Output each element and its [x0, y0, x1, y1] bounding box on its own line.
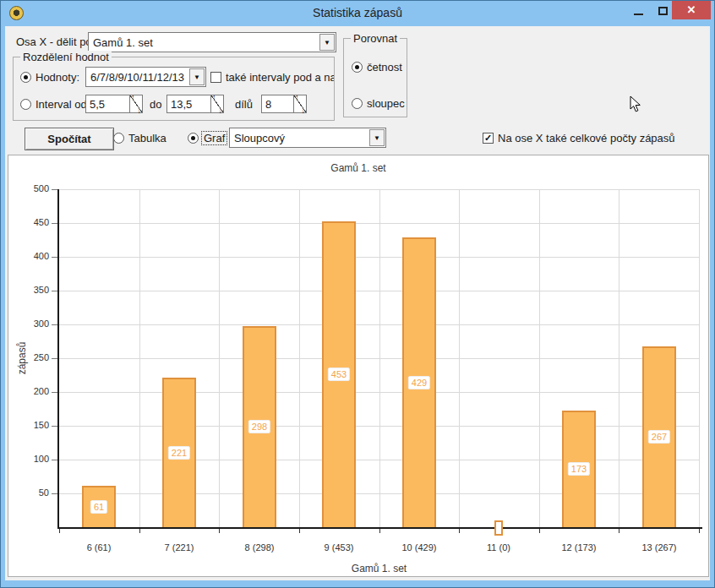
y-tick-label: 100 — [8, 454, 49, 464]
y-tick — [52, 257, 57, 258]
v-gridline — [619, 189, 619, 527]
checkbox-intervaly[interactable]: ✓ — [210, 72, 221, 83]
y-tick — [52, 426, 57, 427]
interval-to-spinedit[interactable]: 13,5 ↑↓ — [166, 95, 224, 113]
mouse-cursor — [630, 95, 641, 116]
minimize-button[interactable] — [626, 1, 650, 19]
radio-cetnost-label: četnost — [367, 61, 402, 74]
axis-x-combobox[interactable]: Gamů 1. set ▼ — [88, 32, 336, 52]
spin-up-icon[interactable]: ↑ — [295, 93, 299, 101]
values-combobox[interactable]: 6/7/8/9/10/11/12/13 ▼ — [85, 67, 206, 87]
v-gridline — [139, 189, 140, 527]
radio-graf-label[interactable]: Graf — [202, 132, 227, 144]
group-rozdeleni-hodnot: Rozdělení hodnot Hodnoty: 6/7/8/9/10/11/… — [13, 57, 335, 121]
radio-interval[interactable] — [20, 99, 31, 110]
spin-down-icon[interactable]: ↓ — [302, 106, 306, 115]
y-tick — [52, 189, 57, 190]
bar-value-label: 173 — [568, 462, 590, 476]
v-gridline — [699, 189, 700, 527]
checkbox-osa-x-totals[interactable]: ✓ — [483, 133, 494, 144]
x-tick-label: 6 (61) — [59, 542, 139, 553]
chart-panel: Gamů 1. set zápasů 501001502002503003504… — [8, 155, 709, 577]
chart-xlabel: Gamů 1. set — [59, 563, 699, 574]
spin-buttons[interactable]: ↑↓ — [210, 95, 223, 112]
x-tick-label: 11 (0) — [459, 542, 538, 553]
bar-value-label: 298 — [248, 420, 270, 433]
bar-value-label: 453 — [328, 368, 350, 381]
x-tick-label: 8 (298) — [220, 542, 299, 553]
y-tick — [52, 493, 57, 494]
spin-buttons[interactable]: ↑↓ — [293, 95, 306, 112]
x-tick-label: 13 (267) — [619, 542, 699, 553]
graph-type-combobox[interactable]: Sloupcový ▼ — [229, 128, 386, 148]
values-combobox-value: 6/7/8/9/10/11/12/13 — [90, 71, 184, 84]
y-tick — [52, 291, 57, 291]
x-tick — [299, 529, 300, 533]
spin-up-icon[interactable]: ↑ — [212, 93, 216, 101]
radio-sloupec-label: sloupec — [367, 97, 405, 110]
y-tick-label: 150 — [8, 420, 49, 430]
interval-from-spinedit[interactable]: 5,5 ↑↓ — [85, 95, 143, 113]
v-gridline — [539, 189, 540, 527]
x-tick — [379, 529, 380, 533]
x-tick-label: 9 (453) — [299, 542, 379, 553]
bar-value-label: 61 — [90, 500, 107, 514]
v-gridline — [459, 189, 460, 527]
radio-sloupec[interactable] — [352, 98, 363, 109]
y-tick-label: 50 — [8, 487, 49, 498]
group-porovnat: Porovnat četnost sloupec — [343, 38, 407, 117]
close-button[interactable]: ✕ — [672, 1, 711, 19]
minimize-icon — [634, 14, 643, 15]
spin-up-icon[interactable]: ↑ — [131, 93, 135, 101]
chart-plot: 50100150200250300350400450500616 (61)221… — [8, 155, 708, 576]
x-tick — [539, 529, 540, 533]
radio-tabulka-label: Tabulka — [128, 132, 166, 144]
chevron-down-icon[interactable]: ▼ — [369, 129, 385, 146]
radio-interval-label: Interval od — [35, 98, 87, 111]
chevron-down-icon[interactable]: ▼ — [319, 34, 335, 51]
y-tick-label: 400 — [8, 251, 49, 261]
graph-type-value: Sloupcový — [234, 132, 285, 144]
x-tick — [59, 529, 60, 533]
bar-zero — [494, 520, 503, 536]
y-tick — [52, 358, 57, 359]
check-icon: ✓ — [484, 133, 492, 143]
dilu-label: dílů — [235, 98, 253, 111]
maximize-icon — [658, 7, 668, 15]
y-tick-label: 300 — [8, 318, 49, 329]
radio-hodnoty[interactable] — [20, 72, 31, 83]
interval-to-value: 13,5 — [171, 98, 192, 111]
parts-spinedit[interactable]: 8 ↑↓ — [261, 95, 307, 113]
x-tick — [139, 529, 140, 533]
group-porovnat-title: Porovnat — [351, 32, 400, 45]
window-title: Statistika zápasů — [1, 6, 714, 19]
y-tick — [52, 392, 57, 393]
v-gridline — [219, 189, 220, 527]
x-tick — [219, 529, 220, 533]
window-content: Osa X - dělit podle Gamů 1. set ▼ Rozděl… — [5, 26, 710, 580]
spocitat-button[interactable]: Spočítat — [25, 128, 114, 150]
x-tick-label: 12 (173) — [539, 542, 619, 553]
v-gridline — [379, 189, 380, 527]
axis-x-combobox-value: Gamů 1. set — [93, 36, 153, 49]
radio-hodnoty-label: Hodnoty: — [35, 71, 79, 84]
bar-value-label: 429 — [408, 376, 430, 389]
spin-buttons[interactable]: ↑↓ — [129, 95, 142, 112]
y-tick-label: 350 — [8, 285, 49, 295]
chevron-down-icon[interactable]: ▼ — [189, 68, 205, 85]
x-tick — [459, 529, 460, 533]
checkbox-intervaly-label: také intervaly pod a nad — [226, 71, 334, 84]
x-tick — [699, 529, 700, 533]
radio-tabulka[interactable] — [113, 133, 124, 144]
spin-down-icon[interactable]: ↓ — [219, 106, 223, 115]
y-tick-label: 200 — [8, 386, 49, 396]
spin-down-icon[interactable]: ↓ — [138, 106, 142, 115]
bar-value-label: 267 — [648, 430, 670, 444]
radio-cetnost[interactable] — [352, 62, 363, 73]
y-tick — [52, 324, 57, 325]
maximize-button[interactable] — [651, 1, 674, 19]
y-tick — [52, 460, 57, 460]
titlebar[interactable]: Statistika zápasů ✕ — [1, 1, 714, 26]
app-window: Statistika zápasů ✕ Osa X - dělit podle … — [0, 0, 715, 588]
radio-graf[interactable] — [188, 133, 199, 144]
